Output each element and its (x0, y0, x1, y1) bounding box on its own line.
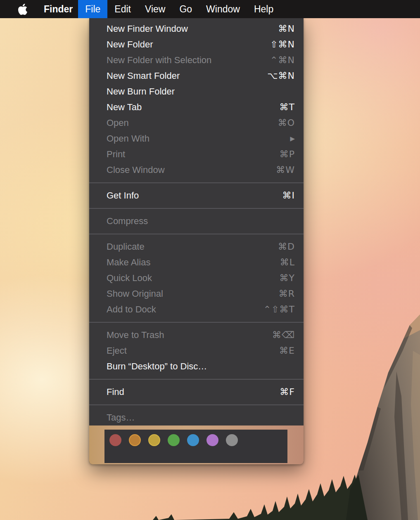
menu-item-label: Open With (107, 131, 290, 147)
menu-item-label: New Smart Folder (107, 68, 267, 84)
menu-item-new-finder-window[interactable]: New Finder Window⌘N (89, 21, 304, 37)
menu-item-print: Print⌘P (89, 147, 304, 162)
menu-item-new-folder[interactable]: New Folder⇧⌘N (89, 37, 304, 52)
menu-item-shortcut: ⌘O (278, 115, 295, 131)
tag-gray[interactable] (226, 434, 238, 446)
menu-separator (89, 234, 304, 234)
menu-bar: FinderFileEditViewGoWindowHelp (0, 0, 420, 18)
tag-blue[interactable] (187, 434, 199, 446)
menubar-item-help[interactable]: Help (247, 0, 280, 18)
menu-item-new-burn-folder[interactable]: New Burn Folder (89, 84, 304, 99)
menu-item-find[interactable]: Find⌘F (89, 384, 304, 400)
menu-item-new-folder-with-selection: New Folder with Selection⌃⌘N (89, 52, 304, 68)
menu-item-label: Burn “Desktop” to Disc… (107, 359, 295, 374)
menu-item-duplicate: Duplicate⌘D (89, 239, 304, 255)
menubar-item-view[interactable]: View (138, 0, 172, 18)
menu-item-shortcut: ⌘D (278, 239, 295, 255)
menu-item-shortcut: ⌘E (279, 343, 295, 359)
apple-icon (18, 4, 27, 15)
menu-item-shortcut: ⌘W (276, 162, 295, 178)
menu-item-label: Duplicate (107, 239, 278, 255)
menu-separator (89, 182, 304, 183)
menu-item-shortcut: ⇧⌘N (270, 37, 295, 52)
tag-purple[interactable] (206, 434, 218, 446)
menu-item-label: New Burn Folder (107, 84, 295, 99)
menu-item-compress: Compress (89, 213, 304, 229)
tag-green[interactable] (168, 434, 180, 446)
menu-item-shortcut: ⌘P (280, 147, 295, 162)
menubar-item-file[interactable]: File (78, 0, 107, 18)
menu-item-open: Open⌘O (89, 115, 304, 131)
menu-item-shortcut: ⌃⇧⌘T (263, 302, 295, 317)
menu-item-label: Find (107, 384, 280, 400)
menu-separator (89, 322, 304, 323)
tag-red[interactable] (109, 434, 121, 446)
menu-item-label: New Folder (107, 37, 270, 52)
menu-item-label: Eject (107, 343, 279, 359)
file-menu-items: New Finder Window⌘NNew Folder⇧⌘NNew Fold… (89, 21, 304, 425)
menu-separator (89, 379, 304, 380)
menu-item-add-to-dock: Add to Dock⌃⇧⌘T (89, 302, 304, 317)
menu-item-label: Add to Dock (107, 302, 263, 317)
menu-item-new-smart-folder[interactable]: New Smart Folder⌥⌘N (89, 68, 304, 84)
menu-item-quick-look: Quick Look⌘Y (89, 270, 304, 286)
tag-colors-container (104, 430, 287, 463)
menu-separator (89, 208, 304, 209)
menu-item-label: Compress (107, 213, 295, 229)
menu-separator (89, 404, 304, 405)
menubar-item-finder[interactable]: Finder (38, 0, 78, 18)
menu-item-shortcut: ⌘Y (280, 270, 295, 286)
menu-item-new-tab[interactable]: New Tab⌘T (89, 99, 304, 115)
menu-item-label: New Folder with Selection (107, 52, 270, 68)
menu-item-label: Make Alias (107, 255, 280, 270)
menubar-item-window[interactable]: Window (199, 0, 247, 18)
submenu-arrow-icon: ▶ (290, 131, 295, 147)
menu-item-show-original: Show Original⌘R (89, 286, 304, 302)
menubar-item-edit[interactable]: Edit (107, 0, 138, 18)
menu-item-label: Open (107, 115, 278, 131)
menu-item-label: Print (107, 147, 280, 162)
menu-item-shortcut: ⌘⌫ (272, 327, 295, 343)
file-menu-dropdown: New Finder Window⌘NNew Folder⇧⌘NNew Fold… (89, 18, 304, 464)
trees-silhouette-icon (153, 475, 368, 520)
menu-item-shortcut: ⌘L (280, 255, 295, 270)
menubar-items: FinderFileEditViewGoWindowHelp (38, 0, 280, 18)
tag-orange[interactable] (129, 434, 141, 446)
menubar-item-go[interactable]: Go (172, 0, 199, 18)
menu-item-shortcut: ⌘F (280, 384, 295, 400)
menu-item-burn-desktop-to-disc[interactable]: Burn “Desktop” to Disc… (89, 359, 304, 374)
menu-item-shortcut: ⌘R (279, 286, 295, 302)
menu-item-shortcut: ⌃⌘N (270, 52, 295, 68)
menu-item-shortcut: ⌘I (282, 188, 295, 203)
menu-item-close-window: Close Window⌘W (89, 162, 304, 178)
menu-item-open-with: Open With▶ (89, 131, 304, 147)
menu-item-move-to-trash: Move to Trash⌘⌫ (89, 327, 304, 343)
menu-item-shortcut: ⌥⌘N (267, 68, 295, 84)
menu-item-make-alias: Make Alias⌘L (89, 255, 304, 270)
tags-row (89, 425, 304, 464)
menu-item-label: New Tab (107, 99, 280, 115)
menu-item-shortcut: ⌘T (280, 99, 295, 115)
tag-yellow[interactable] (148, 434, 160, 446)
menu-item-label: Quick Look (107, 270, 280, 286)
menu-item-eject: Eject⌘E (89, 343, 304, 359)
menu-item-label: Move to Trash (107, 327, 272, 343)
menu-item-tags: Tags… (89, 410, 304, 425)
apple-menu[interactable] (17, 3, 28, 15)
menu-item-label: Tags… (107, 410, 295, 425)
menu-item-label: Show Original (107, 286, 279, 302)
menu-item-label: Get Info (107, 188, 282, 203)
menu-item-get-info[interactable]: Get Info⌘I (89, 188, 304, 203)
menu-item-label: New Finder Window (107, 21, 278, 37)
menu-item-label: Close Window (107, 162, 276, 178)
menu-item-shortcut: ⌘N (278, 21, 295, 37)
